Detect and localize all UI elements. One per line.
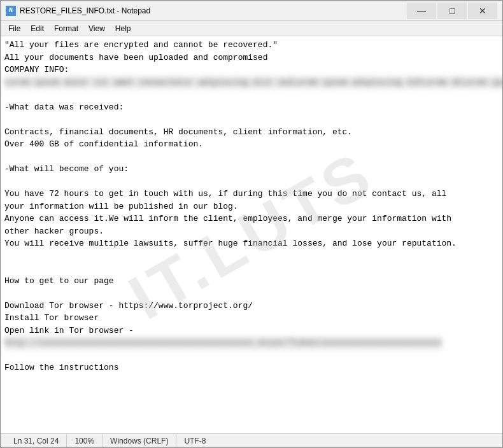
menu-edit[interactable]: Edit [25, 21, 49, 36]
app-icon: N [6, 6, 16, 16]
maximize-button[interactable]: □ [437, 3, 467, 19]
window-controls: — □ ✕ [407, 3, 497, 19]
close-button[interactable]: ✕ [468, 3, 497, 19]
notepad-window: N RESTORE_FILES_INFO.txt - Notepad — □ ✕… [0, 0, 503, 448]
status-zoom: 100% [67, 434, 103, 447]
menu-view[interactable]: View [83, 21, 110, 36]
editor-area: IT.LUTS"All your files are encrypted and… [1, 36, 502, 433]
status-bar: Ln 31, Col 24 100% Windows (CRLF) UTF-8 [1, 433, 502, 447]
status-encoding: UTF-8 [176, 434, 213, 447]
minimize-button[interactable]: — [407, 3, 436, 19]
window-title: RESTORE_FILES_INFO.txt - Notepad [20, 6, 407, 15]
menu-help[interactable]: Help [110, 21, 136, 36]
title-bar: N RESTORE_FILES_INFO.txt - Notepad — □ ✕ [1, 1, 502, 21]
menu-format[interactable]: Format [49, 21, 83, 36]
status-line-ending: Windows (CRLF) [103, 434, 176, 447]
menu-file[interactable]: File [3, 21, 25, 36]
status-ln-col: Ln 31, Col 24 [6, 434, 67, 447]
menu-bar: File Edit Format View Help [1, 21, 502, 36]
text-editor[interactable]: IT.LUTS"All your files are encrypted and… [1, 36, 502, 433]
